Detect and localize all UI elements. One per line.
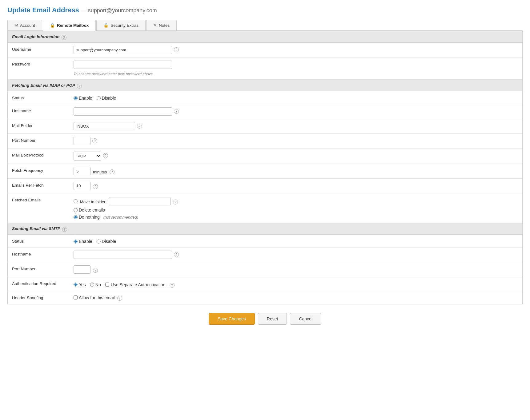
tab-notes-label: Notes xyxy=(159,23,170,28)
auth-separate-option[interactable]: Use Separate Authentication xyxy=(105,282,165,287)
emails-per-fetch-help-icon[interactable]: ? xyxy=(93,184,98,189)
row-password: Password To change password enter new pa… xyxy=(8,57,522,80)
fetched-move-row: Move to folder: ? xyxy=(74,197,178,205)
fetch-frequency-help-icon[interactable]: ? xyxy=(110,169,114,174)
section-smtp-title: Sending Email via SMTP xyxy=(12,226,60,231)
auth-required-radio-group: Yes No Use Separate Authentication ? xyxy=(74,280,175,288)
tab-notes[interactable]: ✎ Notes xyxy=(146,20,177,30)
mail-folder-input[interactable] xyxy=(74,122,135,130)
fetching-enable-option[interactable]: Enable xyxy=(74,96,92,101)
username-help-icon[interactable]: ? xyxy=(174,47,179,52)
fetched-donothing-option[interactable]: Do nothing xyxy=(74,215,100,220)
row-smtp-status: Status Enable Disable xyxy=(8,235,522,248)
smtp-disable-radio[interactable] xyxy=(97,240,101,244)
fetched-donothing-row: Do nothing (not recommended) xyxy=(74,215,178,220)
fetched-delete-radio[interactable] xyxy=(74,208,78,212)
emails-per-fetch-input[interactable] xyxy=(74,182,90,190)
do-nothing-note: (not recommended) xyxy=(103,215,138,220)
reset-button[interactable]: Reset xyxy=(258,313,287,325)
move-to-folder-label: Move to folder: xyxy=(80,198,106,204)
auth-no-radio[interactable] xyxy=(90,283,94,287)
fetching-disable-radio[interactable] xyxy=(97,96,101,100)
smtp-help-icon[interactable]: ? xyxy=(62,227,67,232)
fetched-move-radio[interactable] xyxy=(74,199,78,203)
row-mailbox-protocol: Mail Box Protocol POP IMAP ? xyxy=(8,149,522,164)
row-fetch-frequency: Fetch Frequency minutes ? xyxy=(8,164,522,179)
mailbox-protocol-select[interactable]: POP IMAP xyxy=(74,152,101,160)
smtp-enable-radio[interactable] xyxy=(74,240,78,244)
tab-remote-mailbox[interactable]: 🔒 Remote Mailbox xyxy=(43,20,96,31)
form-container: Email Login Information ? Username ? Pas… xyxy=(7,31,523,304)
fetch-frequency-label: Fetch Frequency xyxy=(12,167,74,173)
row-auth-required: Authentication Required Yes No Use Separ… xyxy=(8,277,522,291)
fetch-frequency-input[interactable] xyxy=(74,167,90,175)
allow-email-label: Allow for this email xyxy=(79,295,115,300)
fetched-delete-row: Delete emails xyxy=(74,208,178,212)
auth-separate-checkbox[interactable] xyxy=(105,283,109,287)
fetched-delete-option[interactable]: Delete emails xyxy=(74,208,105,212)
fetching-hostname-help-icon[interactable]: ? xyxy=(174,109,179,114)
auth-separate-label: Use Separate Authentication xyxy=(111,282,165,287)
smtp-hostname-input[interactable] xyxy=(74,251,172,259)
cancel-button[interactable]: Cancel xyxy=(290,313,321,325)
auth-yes-label: Yes xyxy=(79,282,86,287)
fetching-port-help-icon[interactable]: ? xyxy=(92,138,97,143)
auth-required-label: Authentication Required xyxy=(12,280,74,286)
auth-no-option[interactable]: No xyxy=(90,282,101,287)
smtp-disable-label: Disable xyxy=(102,239,116,244)
tab-bar: ✉ Account 🔒 Remote Mailbox 🔒 Security Ex… xyxy=(7,20,523,31)
row-fetched-emails: Fetched Emails Move to folder: ? Delete … xyxy=(8,193,522,223)
auth-yes-radio[interactable] xyxy=(74,283,78,287)
row-username: Username ? xyxy=(8,43,522,57)
auth-help-icon[interactable]: ? xyxy=(170,283,175,288)
auth-yes-option[interactable]: Yes xyxy=(74,282,86,287)
smtp-enable-option[interactable]: Enable xyxy=(74,239,92,244)
do-nothing-label: Do nothing xyxy=(79,215,100,220)
allow-email-checkbox[interactable] xyxy=(74,295,78,299)
fetched-move-option[interactable] xyxy=(74,199,78,203)
fetching-disable-option[interactable]: Disable xyxy=(97,96,116,101)
title-text: Update Email Address xyxy=(7,6,79,14)
mail-folder-help-icon[interactable]: ? xyxy=(137,124,142,129)
row-fetching-hostname: Hostname ? xyxy=(8,104,522,119)
smtp-disable-option[interactable]: Disable xyxy=(97,239,116,244)
notes-icon: ✎ xyxy=(153,23,157,28)
header-spoofing-label: Header Spoofing xyxy=(12,294,74,300)
move-folder-help-icon[interactable]: ? xyxy=(173,200,178,204)
fetching-disable-label: Disable xyxy=(102,96,116,101)
section-fetching-header: Fetching Email via IMAP or POP ? xyxy=(8,80,522,91)
fetching-port-input[interactable] xyxy=(74,137,90,145)
fetching-help-icon[interactable]: ? xyxy=(77,84,82,89)
row-fetching-status: Status Enable Disable xyxy=(8,91,522,104)
email-login-help-icon[interactable]: ? xyxy=(62,35,66,40)
smtp-port-input[interactable] xyxy=(74,265,90,274)
smtp-hostname-help-icon[interactable]: ? xyxy=(174,252,179,257)
fetched-donothing-radio[interactable] xyxy=(74,215,78,219)
fetching-hostname-input[interactable] xyxy=(74,107,172,116)
password-hint: To change password enter new password ab… xyxy=(74,72,518,76)
save-button[interactable]: Save Changes xyxy=(209,313,255,325)
header-spoofing-help-icon[interactable]: ? xyxy=(117,296,122,301)
fetching-status-radio-group: Enable Disable xyxy=(74,94,116,101)
smtp-status-radio-group: Enable Disable xyxy=(74,238,116,244)
allow-email-option[interactable]: Allow for this email xyxy=(74,295,115,300)
smtp-port-help-icon[interactable]: ? xyxy=(93,268,98,273)
tab-account[interactable]: ✉ Account xyxy=(7,20,42,30)
footer-buttons: Save Changes Reset Cancel xyxy=(7,304,523,328)
fetched-emails-label: Fetched Emails xyxy=(12,196,74,202)
fetching-enable-label: Enable xyxy=(79,96,92,101)
mailbox-protocol-help-icon[interactable]: ? xyxy=(103,153,108,158)
page-title: Update Email Address — support@yourcompa… xyxy=(7,6,523,14)
fetching-enable-radio[interactable] xyxy=(74,96,78,100)
account-icon: ✉ xyxy=(14,23,18,28)
smtp-hostname-label: Hostname xyxy=(12,251,74,256)
subtitle-text: — support@yourcompany.com xyxy=(81,7,157,14)
tab-security-extras-label: Security Extras xyxy=(110,23,139,28)
username-input[interactable] xyxy=(74,46,172,54)
section-smtp-header: Sending Email via SMTP ? xyxy=(8,223,522,235)
tab-account-label: Account xyxy=(20,23,35,28)
move-folder-input[interactable] xyxy=(109,197,171,205)
row-emails-per-fetch: Emails Per Fetch ? xyxy=(8,179,522,193)
password-input[interactable] xyxy=(74,61,172,69)
tab-security-extras[interactable]: 🔒 Security Extras xyxy=(96,20,146,30)
